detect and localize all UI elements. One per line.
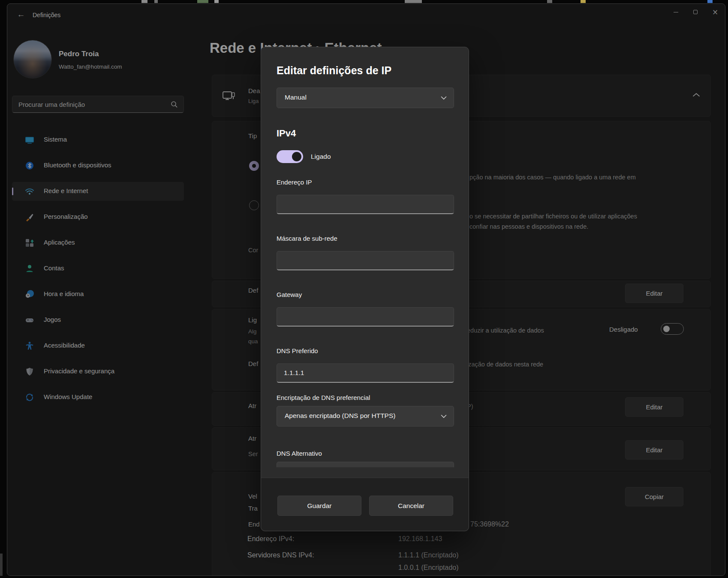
minimize-button[interactable]: [666, 4, 686, 20]
sidebar-item-label: Sistema: [44, 136, 67, 143]
sidebar-item-label: Windows Update: [44, 393, 92, 400]
bg-fragment: Def: [248, 360, 258, 367]
network-wifi-icon: [25, 187, 34, 196]
public-network-radio[interactable]: [249, 161, 259, 171]
preferred-dns-input[interactable]: [277, 363, 454, 383]
dns-encryption-dropdown[interactable]: Apenas encriptado (DNS por HTTPS): [277, 406, 454, 427]
titlebar: ← Definições ×: [7, 4, 725, 26]
sidebar-item-sistema[interactable]: Sistema: [12, 130, 184, 149]
sidebar-item-contas[interactable]: Contas: [12, 259, 184, 278]
bg-fragment: End: [248, 521, 260, 528]
back-button[interactable]: ←: [12, 7, 30, 22]
bg-fragment: qua: [248, 338, 258, 345]
maximize-button[interactable]: [686, 4, 705, 20]
screen-edge-artifacts: [214, 0, 219, 3]
sidebar-item-label: Aplicações: [44, 239, 75, 246]
private-network-radio[interactable]: [249, 200, 259, 210]
sidebar-item-label: Bluetooth e dispositivos: [44, 161, 111, 169]
sidebar-item-acessibilidade[interactable]: Acessibilidade: [12, 336, 184, 355]
search-icon: [171, 101, 177, 108]
screen-edge-artifacts: [197, 0, 208, 3]
subnet-mask-label: Máscara de sub-rede: [277, 235, 337, 242]
ip-address-input[interactable]: [277, 195, 454, 214]
sidebar-item-label: Rede e Internet: [44, 187, 88, 194]
profile-name: Pedro Troia: [59, 50, 99, 58]
bg-fragment: Tip: [248, 132, 257, 139]
adapter-name-fragment: Dea: [248, 87, 260, 94]
close-icon: ×: [712, 9, 718, 16]
ipv4-heading: IPv4: [277, 128, 296, 139]
cancel-button[interactable]: Cancelar: [369, 496, 453, 516]
dialog-title: Editar definições de IP: [277, 64, 391, 77]
sidebar-item-bluetooth[interactable]: Bluetooth e dispositivos: [12, 156, 184, 175]
edit-button[interactable]: Editar: [625, 397, 683, 417]
alternate-dns-input[interactable]: [277, 462, 454, 467]
sidebar-item-aplicacoes[interactable]: Aplicações: [12, 233, 184, 252]
adapter-status-fragment: Liga: [248, 98, 259, 104]
window-controls: ×: [666, 4, 725, 20]
preferred-dns-label: DNS Preferido: [277, 347, 318, 354]
profile-email: Watto_fan@hotmail.com: [59, 64, 122, 70]
toggle-knob: [663, 326, 670, 332]
minimize-icon: [674, 12, 678, 12]
sidebar-item-label: Contas: [44, 264, 64, 272]
chevron-up-icon[interactable]: [692, 92, 700, 97]
bg-fragment: Def: [248, 287, 258, 294]
metered-toggle-label: Desligado: [609, 326, 638, 333]
copy-button[interactable]: Copiar: [625, 487, 683, 506]
bg-fragment: Tra: [248, 505, 258, 512]
ip-mode-dropdown[interactable]: Manual: [277, 88, 454, 108]
ethernet-icon: [222, 89, 236, 103]
close-button[interactable]: ×: [705, 4, 725, 20]
bg-fragment: eduzir a utilização de dados: [467, 327, 544, 334]
screen-edge-artifacts: [154, 0, 158, 3]
ipv4-toggle[interactable]: [277, 150, 303, 163]
settings-window: ← Definições × Pedro Troia Watto_fan@hot…: [7, 3, 725, 576]
search-box: [12, 96, 184, 113]
shield-icon: [25, 367, 34, 376]
sidebar-item-windows-update[interactable]: Windows Update: [12, 388, 184, 407]
sidebar-item-label: Jogos: [44, 316, 61, 323]
app-title: Definições: [33, 12, 60, 18]
metered-toggle[interactable]: [661, 323, 684, 335]
screen-edge-artifacts: [141, 0, 147, 3]
toggle-knob: [292, 152, 301, 161]
screen-edge-artifacts: [0, 554, 3, 576]
gateway-input[interactable]: [277, 307, 454, 327]
dialog-footer: Guardar Cancelar: [261, 478, 469, 531]
sidebar-item-label: Acessibilidade: [44, 342, 85, 349]
gateway-label: Gateway: [277, 291, 302, 298]
avatar[interactable]: [13, 40, 52, 79]
bg-fragment: confiar nas pessoas e dispositivos na re…: [469, 223, 588, 230]
edit-button-label: Editar: [646, 446, 662, 454]
ip-address-label: Endereço IP: [277, 179, 312, 186]
alternate-dns-label: DNS Alternativo: [277, 450, 322, 457]
sidebar-item-label: Personalização: [44, 213, 88, 220]
apps-icon: [25, 238, 34, 248]
ipv4-address-value: 192.168.1.143: [398, 535, 442, 543]
edit-button[interactable]: Editar: [625, 440, 683, 460]
sidebar-item-privacidade[interactable]: Privacidade e segurança: [12, 362, 184, 381]
search-input[interactable]: [18, 96, 164, 112]
save-button[interactable]: Guardar: [277, 496, 361, 516]
sidebar-item-hora-e-idioma[interactable]: Hora e idioma: [12, 285, 184, 304]
edit-button-label: Editar: [646, 403, 662, 411]
ip-mode-value: Manual: [285, 94, 307, 101]
bg-fragment: Lig: [248, 316, 257, 324]
edit-button-label: Editar: [646, 290, 662, 297]
dns-encryption-label: Encriptação de DNS preferencial: [277, 394, 370, 401]
sidebar-item-jogos[interactable]: Jogos: [12, 311, 184, 330]
bg-fragment: Atr: [248, 402, 256, 409]
sidebar-item-label: Hora e idioma: [44, 290, 84, 297]
edit-button[interactable]: Editar: [625, 284, 683, 303]
subnet-mask-input[interactable]: [277, 251, 454, 270]
ipv4-address-label: Endereço IPv4:: [247, 535, 294, 543]
bg-fragment: pção na maioria dos casos — quando ligad…: [469, 174, 636, 181]
bg-fragment: Alg: [248, 328, 257, 335]
copy-button-label: Copiar: [645, 493, 664, 500]
system-icon: [25, 135, 34, 145]
bg-fragment: o se necessitar de partilhar ficheiros o…: [469, 213, 637, 220]
sidebar-item-personalizacao[interactable]: Personalização: [12, 208, 184, 227]
sidebar-item-rede-e-internet[interactable]: Rede e Internet: [12, 182, 184, 201]
bg-fragment: ização de dados nesta rede: [467, 361, 543, 368]
